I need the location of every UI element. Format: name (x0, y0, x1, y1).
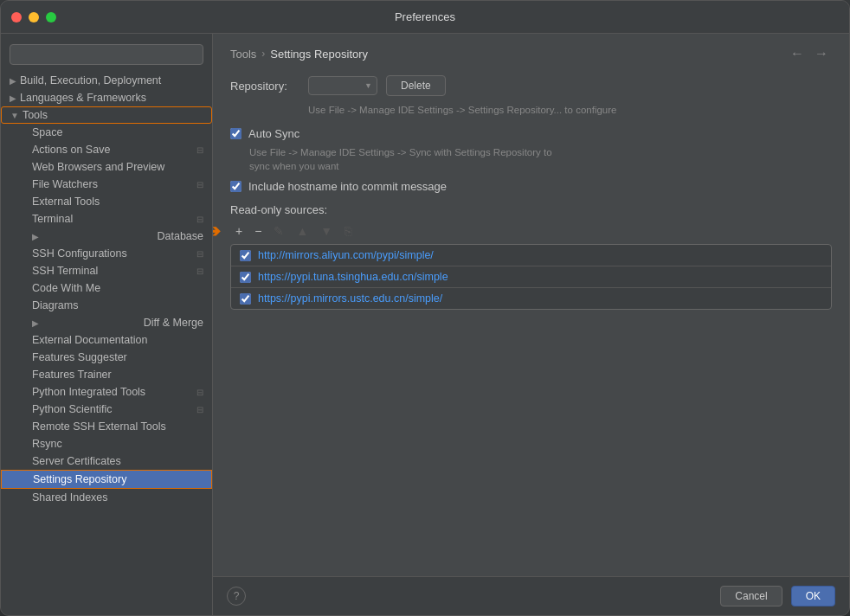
sidebar-item-rsync[interactable]: Rsync (1, 435, 212, 452)
sidebar-item-external-tools[interactable]: External Tools (1, 193, 212, 210)
sidebar-item-python-scientific[interactable]: Python Scientific ⊟ (1, 401, 212, 418)
auto-sync-row: Auto Sync (230, 127, 832, 140)
hint-text-2: Use File -> Manage IDE Settings -> Sync … (230, 145, 832, 173)
source-url-1: https://pypi.tuna.tsinghua.edu.cn/simple (258, 271, 448, 283)
ok-button[interactable]: OK (791, 586, 835, 606)
delete-button[interactable]: Delete (386, 75, 446, 96)
sidebar-item-languages[interactable]: ▶ Languages & Frameworks (1, 89, 212, 106)
source-url-2: https://pypi.mirrors.ustc.edu.cn/simple/ (258, 292, 442, 305)
sidebar-item-label: Build, Execution, Deployment (20, 74, 161, 87)
toolbar-container: ➔ + − ✎ ▲ ▼ ⎘ (230, 221, 832, 241)
search-wrapper: ⌕ (10, 44, 203, 65)
settings-icon: ⊟ (196, 249, 203, 259)
include-hostname-row: Include hostname into commit message (230, 180, 832, 193)
source-checkbox-0[interactable] (240, 250, 251, 261)
sidebar-item-label: Server Certificates (32, 455, 121, 467)
sidebar-item-label: Features Suggester (32, 351, 127, 363)
sidebar-item-remote-ssh[interactable]: Remote SSH External Tools (1, 418, 212, 435)
sidebar-item-features-suggester[interactable]: Features Suggester (1, 349, 212, 366)
close-button[interactable] (11, 12, 22, 22)
move-down-button[interactable]: ▼ (315, 221, 338, 241)
repository-select-wrapper: ▼ (308, 76, 377, 95)
sidebar-item-terminal[interactable]: Terminal ⊟ (1, 210, 212, 228)
tools-section: Space Actions on Save ⊟ Web Browsers and… (1, 124, 212, 506)
sidebar-item-label: Rsync (32, 438, 62, 450)
minimize-button[interactable] (29, 12, 39, 22)
sidebar-item-ssh-configurations[interactable]: SSH Configurations ⊟ (1, 245, 212, 262)
sidebar-item-label: Python Scientific (32, 403, 112, 415)
nav-buttons: ← → (787, 44, 832, 63)
settings-icon: ⊟ (196, 215, 203, 224)
sources-toolbar: + − ✎ ▲ ▼ ⎘ (230, 221, 832, 241)
expand-arrow-icon: ▶ (32, 318, 39, 328)
sidebar-item-label: External Documentation (32, 334, 147, 346)
settings-icon: ⊟ (196, 405, 203, 414)
maximize-button[interactable] (46, 12, 56, 22)
sidebar-item-database[interactable]: ▶ Database (1, 228, 212, 245)
source-checkbox-2[interactable] (240, 293, 251, 305)
sidebar-item-ssh-terminal[interactable]: SSH Terminal ⊟ (1, 262, 212, 279)
hint-text-1: Use File -> Manage IDE Settings -> Setti… (230, 103, 832, 117)
sidebar-item-web-browsers[interactable]: Web Browsers and Preview (1, 158, 212, 176)
sidebar-item-shared-indexes[interactable]: Shared Indexes (1, 489, 212, 506)
edit-source-button[interactable]: ✎ (268, 221, 289, 241)
sidebar-item-diff-merge[interactable]: ▶ Diff & Merge (1, 314, 212, 331)
sidebar-item-settings-repository[interactable]: Settings Repository (1, 470, 212, 489)
sidebar-item-label: Diagrams (32, 299, 79, 311)
sidebar-item-tools[interactable]: ▼ Tools (1, 106, 212, 124)
expand-arrow-icon: ▼ (10, 111, 19, 120)
auto-sync-label: Auto Sync (248, 127, 299, 140)
add-source-button[interactable]: + (230, 221, 248, 241)
readonly-sources-label: Read-only sources: (230, 203, 832, 216)
help-button[interactable]: ? (227, 587, 246, 606)
search-input[interactable] (10, 44, 203, 65)
arrow-indicator-icon: ➔ (213, 221, 221, 241)
sidebar-item-build[interactable]: ▶ Build, Execution, Deployment (1, 72, 212, 89)
sidebar-item-label: Diff & Merge (144, 317, 203, 329)
source-url-0: http://mirrors.aliyun.com/pypi/simple/ (258, 249, 434, 261)
repository-select[interactable] (308, 76, 377, 95)
sidebar-item-actions-on-save[interactable]: Actions on Save ⊟ (1, 141, 212, 158)
sidebar: ⌕ ▶ Build, Execution, Deployment ▶ Langu… (1, 34, 213, 615)
remove-source-button[interactable]: − (249, 221, 267, 241)
window-controls (11, 12, 56, 22)
sidebar-item-external-documentation[interactable]: External Documentation (1, 331, 212, 349)
sidebar-item-label: Shared Indexes (32, 491, 108, 504)
sidebar-item-file-watchers[interactable]: File Watchers ⊟ (1, 176, 212, 193)
sidebar-item-label: Space (32, 126, 62, 138)
content-panel: Tools › Settings Repository ← → Reposito… (213, 34, 849, 615)
move-up-button[interactable]: ▲ (291, 221, 313, 241)
sidebar-item-python-integrated-tools[interactable]: Python Integrated Tools ⊟ (1, 383, 212, 401)
sidebar-item-label: SSH Configurations (32, 247, 127, 260)
expand-arrow-icon: ▶ (32, 232, 39, 241)
sidebar-item-label: Actions on Save (32, 144, 110, 156)
main-content: ⌕ ▶ Build, Execution, Deployment ▶ Langu… (1, 34, 849, 615)
sidebar-item-label: File Watchers (32, 178, 98, 190)
titlebar: Preferences (1, 1, 849, 34)
sidebar-item-code-with-me[interactable]: Code With Me (1, 279, 212, 297)
preferences-window: Preferences ⌕ ▶ Build, Execution, Deploy… (0, 0, 850, 616)
bottom-bar: ? Cancel OK (213, 576, 849, 615)
include-hostname-checkbox[interactable] (230, 181, 241, 192)
source-item-1: https://pypi.tuna.tsinghua.edu.cn/simple (231, 266, 831, 288)
nav-forward-button[interactable]: → (811, 44, 832, 63)
nav-back-button[interactable]: ← (787, 44, 808, 63)
sidebar-item-features-trainer[interactable]: Features Trainer (1, 366, 212, 383)
auto-sync-checkbox[interactable] (230, 128, 241, 139)
window-title: Preferences (395, 10, 455, 23)
source-item-2: https://pypi.mirrors.ustc.edu.cn/simple/ (231, 288, 831, 309)
source-checkbox-1[interactable] (240, 272, 251, 283)
sidebar-item-label: Remote SSH External Tools (32, 420, 166, 433)
search-container: ⌕ (1, 39, 212, 72)
sidebar-item-label: Features Trainer (32, 369, 112, 381)
sidebar-item-server-certificates[interactable]: Server Certificates (1, 452, 212, 470)
expand-arrow-icon: ▶ (10, 76, 16, 86)
sidebar-item-diagrams[interactable]: Diagrams (1, 297, 212, 314)
cancel-button[interactable]: Cancel (720, 586, 782, 606)
copy-source-button[interactable]: ⎘ (339, 221, 357, 241)
sidebar-item-label: Web Browsers and Preview (32, 161, 164, 173)
repository-label: Repository: (230, 80, 299, 93)
breadcrumb-current: Settings Repository (270, 48, 368, 61)
sidebar-item-label: Tools (23, 109, 48, 121)
sidebar-item-space[interactable]: Space (1, 124, 212, 141)
